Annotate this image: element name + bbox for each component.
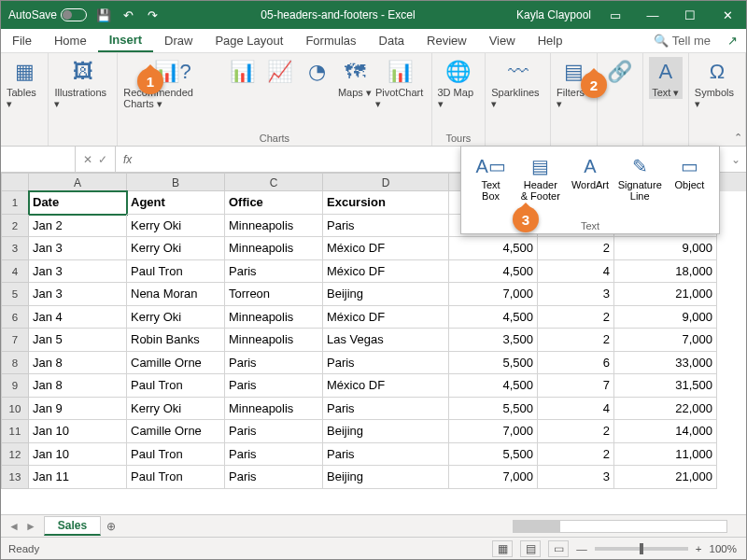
cell[interactable]: 3: [538, 466, 614, 489]
header-cell[interactable]: Date: [29, 191, 127, 215]
cell[interactable]: Nena Moran: [127, 283, 225, 306]
col-header-C[interactable]: C: [225, 173, 323, 191]
page-layout-view-icon[interactable]: ▤: [520, 540, 541, 557]
row-header[interactable]: 10: [1, 398, 29, 421]
zoom-out-icon[interactable]: —: [576, 543, 587, 554]
cell[interactable]: 4: [538, 260, 614, 284]
row-header[interactable]: 2: [1, 215, 29, 238]
cell[interactable]: Paul Tron: [127, 466, 225, 489]
cell[interactable]: Beijing: [323, 466, 449, 489]
cell[interactable]: 3,500: [449, 329, 538, 352]
row-header[interactable]: 11: [1, 420, 29, 443]
next-sheet-icon[interactable]: ►: [25, 520, 36, 533]
cell[interactable]: Paris: [225, 443, 323, 467]
cell[interactable]: Paul Tron: [127, 260, 225, 284]
ribbon-options-icon[interactable]: ▭: [597, 1, 634, 29]
cell[interactable]: Paris: [225, 420, 323, 443]
cell[interactable]: 7,000: [614, 329, 717, 352]
cell[interactable]: Jan 4: [29, 306, 127, 329]
ribbon-btn[interactable]: 🔗: [603, 57, 637, 87]
cell[interactable]: 4,500: [449, 260, 538, 284]
close-icon[interactable]: ✕: [709, 1, 746, 29]
cell[interactable]: 18,000: [614, 260, 717, 284]
cell[interactable]: 7: [538, 374, 614, 398]
ribbon-text[interactable]: AText ▾: [649, 57, 683, 99]
row-header[interactable]: 8: [1, 352, 29, 375]
prev-sheet-icon[interactable]: ◄: [8, 520, 20, 533]
text-menu-object[interactable]: ▭Object: [666, 150, 713, 215]
menu-tab-formulas[interactable]: Formulas: [294, 29, 367, 52]
menu-tab-review[interactable]: Review: [416, 29, 478, 52]
col-header-A[interactable]: A: [29, 173, 127, 191]
menu-tab-draw[interactable]: Draw: [153, 29, 204, 52]
save-icon[interactable]: 💾: [96, 7, 111, 22]
collapse-ribbon-icon[interactable]: ⌃: [734, 132, 742, 144]
tell-me-search[interactable]: 🔍 Tell me: [646, 34, 718, 48]
ribbon-btn[interactable]: 📊: [226, 57, 260, 87]
ribbon-illustrations[interactable]: 🖼Illustrations ▾: [54, 57, 111, 110]
cell[interactable]: Jan 10: [29, 443, 127, 467]
cell[interactable]: Jan 8: [29, 352, 127, 375]
ribbon-tables[interactable]: ▦Tables ▾: [7, 57, 42, 110]
zoom-in-icon[interactable]: +: [696, 543, 702, 554]
cell[interactable]: México DF: [323, 306, 449, 329]
cell[interactable]: 11,000: [614, 443, 717, 467]
cell[interactable]: Torreon: [225, 283, 323, 306]
cell[interactable]: México DF: [323, 260, 449, 284]
cell[interactable]: Jan 8: [29, 374, 127, 398]
col-header-B[interactable]: B: [127, 173, 225, 191]
cell[interactable]: Kerry Oki: [127, 215, 225, 238]
cell[interactable]: 2: [538, 329, 614, 352]
cell[interactable]: Minneapolis: [225, 215, 323, 238]
expand-formula-icon[interactable]: ⌄: [726, 153, 746, 166]
share-button[interactable]: ↗: [718, 34, 746, 48]
zoom-slider[interactable]: [595, 547, 688, 551]
cell[interactable]: 7,000: [449, 466, 538, 489]
cell[interactable]: Paris: [225, 466, 323, 489]
ribbon-symbols[interactable]: ΩSymbols ▾: [695, 57, 740, 110]
cell[interactable]: 4: [538, 398, 614, 421]
cell[interactable]: Jan 3: [29, 260, 127, 284]
menu-tab-view[interactable]: View: [478, 29, 527, 52]
sheet-tab-sales[interactable]: Sales: [44, 516, 101, 536]
row-header[interactable]: 12: [1, 443, 29, 467]
row-header[interactable]: 4: [1, 260, 29, 284]
cell[interactable]: 2: [538, 306, 614, 329]
autosave-toggle[interactable]: AutoSave: [8, 8, 87, 21]
cell[interactable]: Jan 9: [29, 398, 127, 421]
cell[interactable]: 21,000: [614, 466, 717, 489]
ribbon-pivotchart[interactable]: 📊PivotChart ▾: [375, 57, 426, 110]
menu-tab-help[interactable]: Help: [527, 29, 574, 52]
cell[interactable]: 7,000: [449, 420, 538, 443]
cell[interactable]: Jan 3: [29, 237, 127, 260]
cell[interactable]: Kerry Oki: [127, 306, 225, 329]
ribbon-btn[interactable]: 📈: [263, 57, 297, 87]
cell[interactable]: Las Vegas: [323, 329, 449, 352]
cell[interactable]: 5,500: [449, 352, 538, 375]
text-menu-wordart[interactable]: AWordArt: [566, 150, 613, 215]
cell[interactable]: 6: [538, 352, 614, 375]
row-header[interactable]: 5: [1, 283, 29, 306]
cell[interactable]: 14,000: [614, 420, 717, 443]
cell[interactable]: Paris: [323, 443, 449, 467]
cell[interactable]: Paris: [323, 398, 449, 421]
cell[interactable]: 2: [538, 420, 614, 443]
normal-view-icon[interactable]: ▦: [492, 540, 513, 557]
cell[interactable]: 2: [538, 443, 614, 467]
ribbon-3d-map[interactable]: 🌐3D Map ▾: [438, 57, 480, 110]
cell[interactable]: Minneapolis: [225, 329, 323, 352]
cell[interactable]: Beijing: [323, 283, 449, 306]
cell[interactable]: Paris: [323, 215, 449, 238]
cell[interactable]: Minneapolis: [225, 398, 323, 421]
header-cell[interactable]: Excursion: [323, 191, 449, 215]
menu-tab-file[interactable]: File: [1, 29, 43, 52]
add-sheet-button[interactable]: ⊕: [106, 520, 116, 533]
cell[interactable]: 4,500: [449, 374, 538, 398]
cell[interactable]: Jan 10: [29, 420, 127, 443]
cell[interactable]: Camille Orne: [127, 420, 225, 443]
cell[interactable]: Paul Tron: [127, 374, 225, 398]
cell[interactable]: Paris: [323, 352, 449, 375]
cell[interactable]: 5,500: [449, 443, 538, 467]
cell[interactable]: 5,500: [449, 398, 538, 421]
menu-tab-page-layout[interactable]: Page Layout: [204, 29, 294, 52]
